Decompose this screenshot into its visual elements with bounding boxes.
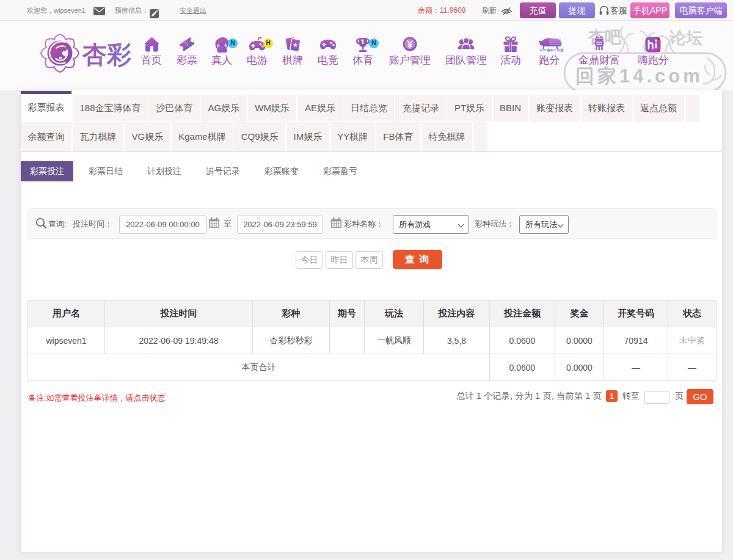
- svg-text:ZhB 森中工作室: ZhB 森中工作室: [539, 48, 564, 52]
